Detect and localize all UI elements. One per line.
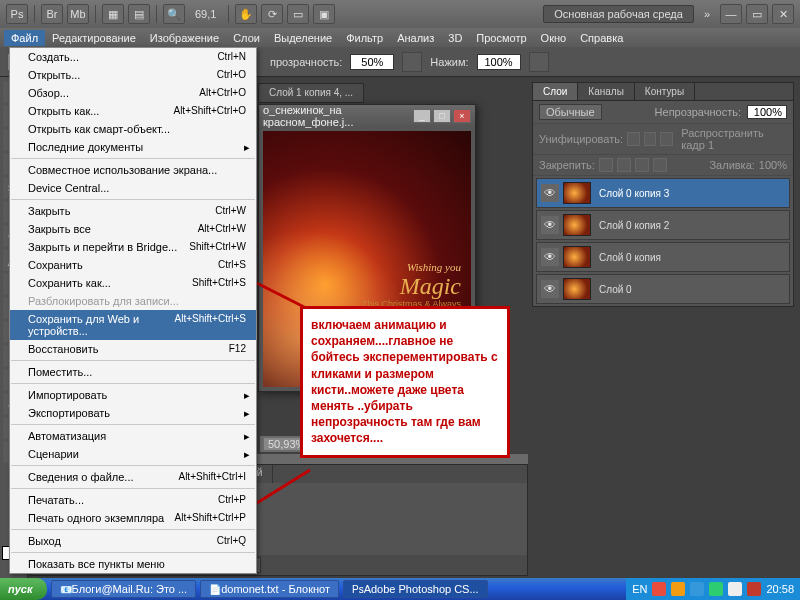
- file-menu-item[interactable]: Закрыть всеAlt+Ctrl+W: [10, 220, 256, 238]
- layer-thumbnail[interactable]: [563, 214, 591, 236]
- file-menu-item[interactable]: Device Central...: [10, 179, 256, 197]
- file-menu-item[interactable]: Показать все пункты меню: [10, 555, 256, 573]
- layer-thumbnail[interactable]: [563, 246, 591, 268]
- hand-tool-icon[interactable]: ✋: [235, 4, 257, 24]
- mini-bridge-icon[interactable]: Mb: [67, 4, 89, 24]
- file-menu-item[interactable]: Совместное использование экрана...: [10, 161, 256, 179]
- start-button[interactable]: пуск: [0, 578, 47, 600]
- unify-visibility-icon[interactable]: [644, 132, 657, 146]
- rotate-view-icon[interactable]: ⟳: [261, 4, 283, 24]
- layer-name[interactable]: Слой 0 копия: [595, 252, 785, 263]
- file-menu-item[interactable]: Открыть как смарт-объект...: [10, 120, 256, 138]
- layer-name[interactable]: Слой 0: [595, 284, 785, 295]
- tab-channels[interactable]: Каналы: [578, 83, 635, 100]
- file-menu-item[interactable]: Сохранить как...Shift+Ctrl+S: [10, 274, 256, 292]
- file-menu-item[interactable]: Последние документы▸: [10, 138, 256, 156]
- tray-icon[interactable]: [728, 582, 742, 596]
- tray-icon[interactable]: [709, 582, 723, 596]
- file-menu-item[interactable]: Печать одного экземпляраAlt+Shift+Ctrl+P: [10, 509, 256, 527]
- visibility-eye-icon[interactable]: 👁: [541, 248, 559, 266]
- menu-фильтр[interactable]: Фильтр: [339, 30, 390, 46]
- layer-opacity-input[interactable]: 100%: [747, 105, 787, 119]
- doc-titlebar[interactable]: о_снежинок_на красном_фоне.j... _ □ ×: [259, 105, 475, 127]
- arrange-docs-icon[interactable]: ▭: [287, 4, 309, 24]
- file-menu-item[interactable]: Обзор...Alt+Ctrl+O: [10, 84, 256, 102]
- taskbar-item[interactable]: Ps Adobe Photoshop CS...: [343, 580, 488, 598]
- unify-style-icon[interactable]: [660, 132, 673, 146]
- file-menu-item[interactable]: Импортировать▸: [10, 386, 256, 404]
- file-menu-item[interactable]: Создать...Ctrl+N: [10, 48, 256, 66]
- menu-редактирование[interactable]: Редактирование: [45, 30, 143, 46]
- screen-mode-icon[interactable]: ▣: [313, 4, 335, 24]
- file-menu-item[interactable]: Сохранить для Web и устройств...Alt+Shif…: [10, 310, 256, 340]
- file-menu-item[interactable]: Поместить...: [10, 363, 256, 381]
- menu-слои[interactable]: Слои: [226, 30, 267, 46]
- language-indicator[interactable]: EN: [632, 583, 647, 595]
- visibility-eye-icon[interactable]: 👁: [541, 184, 559, 202]
- airbrush-icon[interactable]: [529, 52, 549, 72]
- bridge-icon[interactable]: Br: [41, 4, 63, 24]
- file-menu-item[interactable]: Автоматизация▸: [10, 427, 256, 445]
- file-menu-item[interactable]: ЗакрытьCtrl+W: [10, 202, 256, 220]
- layer-item[interactable]: 👁Слой 0: [536, 274, 790, 304]
- file-menu-item[interactable]: Открыть...Ctrl+O: [10, 66, 256, 84]
- layer-name[interactable]: Слой 0 копия 3: [595, 188, 785, 199]
- maximize-icon[interactable]: ▭: [746, 4, 768, 24]
- file-menu-item[interactable]: СохранитьCtrl+S: [10, 256, 256, 274]
- file-menu-item[interactable]: Открыть как...Alt+Shift+Ctrl+O: [10, 102, 256, 120]
- clock[interactable]: 20:58: [766, 583, 794, 595]
- minimize-icon[interactable]: —: [720, 4, 742, 24]
- file-menu-item[interactable]: ВосстановитьF12: [10, 340, 256, 358]
- visibility-eye-icon[interactable]: 👁: [541, 280, 559, 298]
- layer-name[interactable]: Слой 0 копия 2: [595, 220, 785, 231]
- workspace-switcher[interactable]: Основная рабочая среда: [543, 5, 694, 23]
- blend-mode-select[interactable]: Обычные: [539, 104, 602, 120]
- taskbar-item[interactable]: 📧 Блоги@Mail.Ru: Это ...: [51, 580, 197, 598]
- zoom-value[interactable]: 69,1: [189, 8, 222, 20]
- file-menu-item[interactable]: Печатать...Ctrl+P: [10, 491, 256, 509]
- close-app-icon[interactable]: ✕: [772, 4, 794, 24]
- menu-окно[interactable]: Окно: [534, 30, 574, 46]
- tab-paths[interactable]: Контуры: [635, 83, 695, 100]
- layer-item[interactable]: 👁Слой 0 копия 2: [536, 210, 790, 240]
- flow-input[interactable]: 100%: [477, 54, 521, 70]
- menu-изображение[interactable]: Изображение: [143, 30, 226, 46]
- lock-position-icon[interactable]: [635, 158, 649, 172]
- workspace-more-icon[interactable]: »: [698, 8, 716, 20]
- tray-icon[interactable]: [747, 582, 761, 596]
- doc-maximize-icon[interactable]: □: [433, 109, 451, 123]
- lock-transparency-icon[interactable]: [599, 158, 613, 172]
- doc-minimize-icon[interactable]: _: [413, 109, 431, 123]
- menu-3d[interactable]: 3D: [441, 30, 469, 46]
- file-menu-item[interactable]: Сценарии▸: [10, 445, 256, 463]
- file-menu-item[interactable]: Закрыть и перейти в Bridge...Shift+Ctrl+…: [10, 238, 256, 256]
- lock-image-icon[interactable]: [617, 158, 631, 172]
- zoom-tool-icon[interactable]: 🔍: [163, 4, 185, 24]
- doc-tab[interactable]: Слой 1 копия 4, ...: [258, 83, 364, 103]
- layer-thumbnail[interactable]: [563, 182, 591, 204]
- doc-close-icon[interactable]: ×: [453, 109, 471, 123]
- file-menu-item[interactable]: ВыходCtrl+Q: [10, 532, 256, 550]
- view-grid-icon[interactable]: ▤: [128, 4, 150, 24]
- layer-thumbnail[interactable]: [563, 278, 591, 300]
- fill-input[interactable]: 100%: [759, 159, 787, 171]
- layer-item[interactable]: 👁Слой 0 копия 3: [536, 178, 790, 208]
- file-menu-item[interactable]: Экспортировать▸: [10, 404, 256, 422]
- menu-просмотр[interactable]: Просмотр: [469, 30, 533, 46]
- file-menu-item[interactable]: Сведения о файле...Alt+Shift+Ctrl+I: [10, 468, 256, 486]
- menu-файл[interactable]: Файл: [4, 30, 45, 46]
- tray-icon[interactable]: [671, 582, 685, 596]
- view-extras-icon[interactable]: ▦: [102, 4, 124, 24]
- opacity-pressure-icon[interactable]: [402, 52, 422, 72]
- layer-item[interactable]: 👁Слой 0 копия: [536, 242, 790, 272]
- lock-all-icon[interactable]: [653, 158, 667, 172]
- taskbar-item[interactable]: 📄 domonet.txt - Блокнот: [200, 580, 339, 598]
- tray-icon[interactable]: [690, 582, 704, 596]
- ps-logo-icon[interactable]: Ps: [6, 4, 28, 24]
- menu-анализ[interactable]: Анализ: [390, 30, 441, 46]
- visibility-eye-icon[interactable]: 👁: [541, 216, 559, 234]
- tab-layers[interactable]: Слои: [533, 83, 578, 100]
- menu-выделение[interactable]: Выделение: [267, 30, 339, 46]
- menu-справка[interactable]: Справка: [573, 30, 630, 46]
- opacity-input[interactable]: 50%: [350, 54, 394, 70]
